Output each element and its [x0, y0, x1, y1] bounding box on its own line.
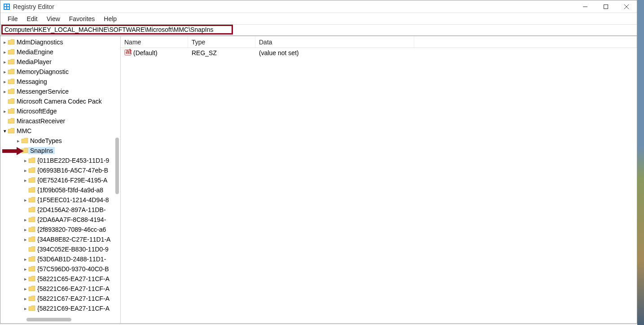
chevron-icon[interactable]: ▸	[2, 59, 8, 65]
folder-icon	[28, 187, 35, 193]
chevron-icon[interactable]: ▸	[2, 69, 8, 75]
tree-item[interactable]: ▸{58221C69-EA27-11CF-A	[0, 303, 120, 313]
tree-item[interactable]: ▸{34AB8E82-C27E-11D1-A	[0, 234, 120, 244]
value-row[interactable]: ab(Default)REG_SZ(value not set)	[121, 48, 637, 58]
chevron-icon[interactable]: ▸	[2, 49, 8, 55]
folder-icon	[8, 59, 15, 65]
folder-icon	[8, 108, 15, 114]
folder-icon	[8, 88, 15, 95]
tree-item-label: {2D4156A2-897A-11DB-	[35, 206, 108, 213]
chevron-icon[interactable]: ▸	[2, 108, 8, 114]
menu-file[interactable]: File	[3, 14, 22, 24]
tree-item[interactable]: {1f09b058-f3fd-4a9d-a8	[0, 185, 120, 195]
col-spacer	[414, 36, 637, 48]
svg-rect-1	[4, 4, 6, 6]
tree-item[interactable]: MiracastReceiver	[0, 116, 120, 126]
tree-item[interactable]: ▸{53D6AB1D-2488-11D1-	[0, 254, 120, 264]
tree-item-label: {1f09b058-f3fd-4a9d-a8	[35, 186, 105, 194]
chevron-icon[interactable]: ▸	[23, 237, 28, 243]
menu-view[interactable]: View	[42, 14, 65, 24]
folder-icon	[28, 177, 35, 183]
tree-item[interactable]: ▸{1F5EEC01-1214-4D94-8	[0, 195, 120, 205]
tree-item-label: MediaPlayer	[15, 58, 53, 65]
tree-item[interactable]: {2D4156A2-897A-11DB-	[0, 205, 120, 215]
tree-item[interactable]: ▸{58221C67-EA27-11CF-A	[0, 294, 120, 303]
tree-item-label: Messaging	[15, 78, 49, 85]
folder-icon	[21, 138, 28, 144]
tree-item-label: {57C596D0-9370-40C0-B	[35, 265, 111, 273]
chevron-icon[interactable]: ▸	[2, 89, 8, 95]
tree-item-label: {011BE22D-E453-11D1-9	[35, 157, 111, 164]
tree-item-label: Microsoft Camera Codec Pack	[15, 98, 104, 105]
svg-rect-2	[7, 4, 9, 6]
col-data[interactable]: Data	[255, 36, 414, 48]
chevron-icon[interactable]: ▸	[2, 39, 8, 45]
folder-icon	[8, 78, 15, 85]
menubar: File Edit View Favorites Help	[0, 13, 637, 25]
tree-item[interactable]: ▸Messaging	[0, 77, 120, 87]
tree-item[interactable]: Microsoft Camera Codec Pack	[0, 96, 120, 106]
tree-item[interactable]: ▸{011BE22D-E453-11D1-9	[0, 156, 120, 165]
chevron-icon[interactable]: ▸	[23, 168, 28, 173]
menu-help[interactable]: Help	[99, 14, 121, 24]
folder-icon	[28, 256, 35, 262]
tree-item[interactable]: ▸{06993B16-A5C7-47eb-B	[0, 165, 120, 175]
menu-edit[interactable]: Edit	[22, 14, 42, 24]
chevron-icon[interactable]: ▸	[23, 227, 28, 233]
tree-item[interactable]: ▸MediaPlayer	[0, 57, 120, 67]
col-type[interactable]: Type	[188, 36, 255, 48]
chevron-icon[interactable]: ▸	[23, 178, 28, 183]
values-rows: ab(Default)REG_SZ(value not set)	[121, 48, 637, 58]
tree-vscroll-thumb[interactable]	[115, 138, 119, 194]
addressbar-wrap	[0, 25, 637, 35]
chevron-icon[interactable]: ▸	[16, 138, 21, 144]
tree-item[interactable]: ▸MessengerService	[0, 87, 120, 96]
tree-item[interactable]: ▸MemoryDiagnostic	[0, 67, 120, 77]
regedit-icon	[3, 3, 10, 10]
chevron-icon[interactable]: ▾	[2, 128, 8, 134]
folder-icon	[28, 236, 35, 243]
tree-item-label: MicrosoftEdge	[15, 108, 58, 115]
tree-item[interactable]: ▸MediaEngine	[0, 47, 120, 57]
menu-favorites[interactable]: Favorites	[65, 14, 100, 24]
tree-item[interactable]: ▸{2f893820-7089-46cc-a6	[0, 225, 120, 234]
tree-item[interactable]: ▸{0E752416-F29E-4195-A	[0, 175, 120, 185]
svg-rect-4	[7, 7, 9, 9]
address-input[interactable]	[1, 25, 233, 35]
minimize-button[interactable]	[575, 0, 596, 13]
folder-icon	[28, 217, 35, 223]
value-name: (Default)	[133, 49, 158, 56]
chevron-icon[interactable]: ▸	[23, 306, 28, 312]
tree-hscroll-thumb[interactable]	[26, 318, 71, 321]
tree-item[interactable]: ▸MdmDiagnostics	[0, 37, 120, 47]
registry-tree[interactable]: ▸MdmDiagnostics▸MediaEngine▸MediaPlayer▸…	[0, 36, 120, 313]
tree-item-label: {394C052E-B830-11D0-9	[35, 246, 110, 253]
folder-icon	[28, 167, 35, 173]
close-button[interactable]	[616, 0, 637, 13]
chevron-icon[interactable]: ▸	[23, 286, 28, 292]
tree-pane: ▸MdmDiagnostics▸MediaEngine▸MediaPlayer▸…	[0, 36, 121, 323]
chevron-icon[interactable]: ▸	[23, 266, 28, 272]
tree-item[interactable]: ▸{58221C65-EA27-11CF-A	[0, 274, 120, 284]
tree-item[interactable]: ▾MMC	[0, 126, 120, 136]
chevron-icon[interactable]: ▸	[23, 158, 28, 164]
tree-item[interactable]: ▸MicrosoftEdge	[0, 106, 120, 116]
folder-icon	[28, 246, 35, 252]
chevron-icon[interactable]: ▸	[2, 79, 8, 85]
folder-icon	[28, 295, 35, 302]
tree-item[interactable]: ▸{58221C66-EA27-11CF-A	[0, 284, 120, 294]
chevron-icon[interactable]: ▸	[23, 197, 28, 203]
maximize-button[interactable]	[596, 0, 616, 13]
tree-item[interactable]: ▸{57C596D0-9370-40C0-B	[0, 264, 120, 274]
folder-icon	[8, 69, 15, 75]
col-name[interactable]: Name	[121, 36, 188, 48]
tree-item-label: {2f893820-7089-46cc-a6	[35, 226, 108, 233]
chevron-icon[interactable]: ▸	[23, 276, 28, 282]
chevron-icon[interactable]: ▸	[23, 256, 28, 262]
tree-item[interactable]: ▸NodeTypes	[0, 136, 120, 146]
chevron-icon[interactable]: ▸	[23, 217, 28, 223]
tree-item[interactable]: {394C052E-B830-11D0-9	[0, 244, 120, 254]
tree-item[interactable]: ▸{2DA6AA7F-8C88-4194-	[0, 215, 120, 225]
chevron-icon[interactable]: ▸	[23, 296, 28, 302]
folder-icon	[28, 226, 35, 233]
